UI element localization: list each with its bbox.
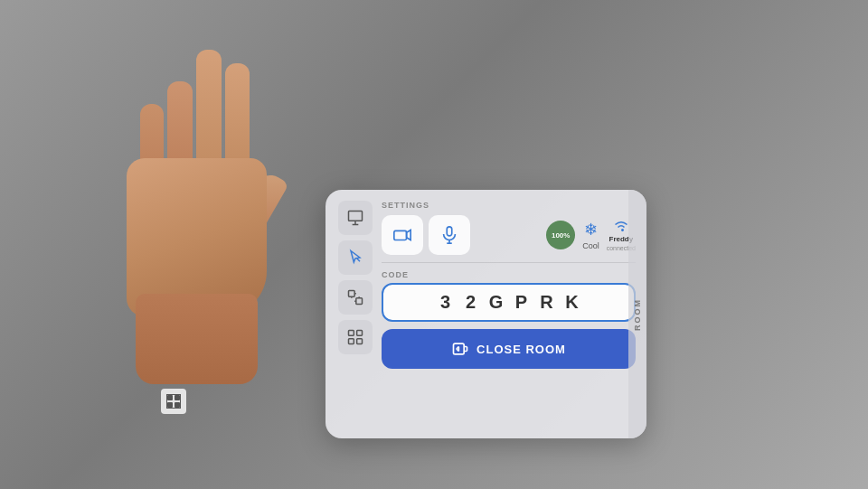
battery-status: 100%: [546, 221, 575, 249]
settings-controls: [382, 215, 539, 255]
divider: [382, 262, 636, 263]
svg-rect-3: [349, 291, 355, 297]
code-char-1: 2: [461, 292, 481, 313]
whiteboard-icon: [346, 209, 364, 227]
status-area: 100%: [546, 221, 575, 249]
cool-area: ❄ Cool: [582, 220, 599, 250]
main-panel: SETTINGS: [326, 190, 646, 438]
code-char-5: K: [562, 292, 582, 313]
microphone-icon: [439, 225, 459, 245]
svg-rect-4: [356, 298, 363, 305]
close-room-button[interactable]: CLOSE ROOM: [382, 329, 636, 369]
settings-row: 100% ❄ Cool Freddy connected: [382, 215, 636, 255]
transform-icon: [346, 288, 364, 306]
svg-rect-10: [357, 331, 363, 336]
hand-palm: [127, 158, 267, 316]
code-char-4: R: [537, 292, 557, 313]
svg-rect-9: [349, 331, 354, 336]
settings-section: SETTINGS: [382, 201, 636, 255]
sidebar-btn-whiteboard[interactable]: [338, 201, 373, 235]
cool-icon: ❄: [584, 220, 598, 240]
sidebar-btn-cursor[interactable]: [338, 240, 373, 275]
code-section: CODE 3 2 G P R K: [382, 270, 636, 322]
svg-marker-14: [407, 230, 411, 240]
sidebar-btn-apps[interactable]: [338, 320, 373, 354]
code-char-0: 3: [436, 292, 456, 313]
svg-rect-0: [349, 212, 363, 221]
apps-icon: [346, 328, 364, 346]
panel-sidebar: [336, 201, 374, 428]
settings-label: SETTINGS: [382, 201, 636, 210]
panel-main-content: SETTINGS: [382, 201, 636, 428]
room-label-container: ROOM: [628, 190, 646, 438]
svg-rect-13: [394, 230, 407, 240]
svg-rect-15: [447, 227, 452, 236]
code-label: CODE: [382, 270, 636, 279]
wrist-tag: [161, 389, 186, 414]
room-label: ROOM: [633, 298, 642, 331]
camera-icon: [392, 225, 412, 245]
code-char-2: G: [486, 292, 506, 313]
code-char-3: P: [512, 292, 532, 313]
close-room-icon: [451, 340, 469, 358]
microphone-button[interactable]: [429, 215, 470, 255]
sidebar-btn-transform[interactable]: [338, 280, 373, 315]
hand-wrist: [136, 294, 258, 384]
close-room-label: CLOSE ROOM: [476, 343, 566, 356]
svg-rect-11: [349, 339, 354, 344]
cursor-icon: [346, 249, 364, 267]
camera-button[interactable]: [382, 215, 423, 255]
code-box: 3 2 G P R K: [382, 283, 636, 322]
svg-rect-12: [357, 339, 363, 344]
cool-label: Cool: [582, 241, 599, 250]
